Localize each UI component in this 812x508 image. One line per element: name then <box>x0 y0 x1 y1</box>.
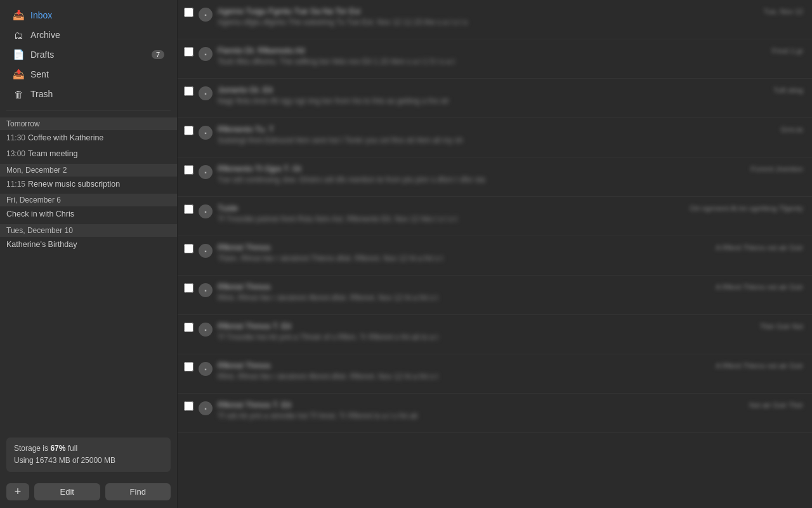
add-button[interactable]: + <box>6 483 29 500</box>
email-row[interactable]: ▪ Rfkmst Thmos A Rfkmt Thkms nst atr Gst… <box>178 354 812 394</box>
email-checkbox[interactable] <box>184 362 193 371</box>
email-top: Jomerto Gt. Eit Tuft sting <box>218 85 803 95</box>
email-date: Tue, Nov 12 <box>764 8 803 15</box>
email-checkbox[interactable] <box>184 47 193 57</box>
email-top: Rfkmst Thmos A Rfkmt Thkms nst atr Gstr <box>218 243 803 252</box>
cal-event-time: 13:00 <box>6 149 25 158</box>
email-row[interactable]: ▪ Tuste Ort ngrment At tm sgnhkng Tfgent… <box>178 197 812 236</box>
email-sender: Rfkmento Tt Gjps T. Gt <box>218 164 301 173</box>
email-top: Tuste Ort ngrment At tm sgnhkng Tfgenty <box>218 203 803 213</box>
email-body: Rfkmst Thmos T. Eit Nst atr Gstr Tfstr T… <box>218 400 803 420</box>
email-checkbox[interactable] <box>184 8 193 17</box>
email-body: Rfkmst Thmos T. Eit Tfstr Gstr Nst Tf Tm… <box>218 321 803 342</box>
cal-event-title: Renew music subscription <box>28 180 120 189</box>
nav-label-drafts: Drafts <box>30 50 145 60</box>
email-row[interactable]: ▪ Jomerto Gt. Eit Tuft sting Nagr ftntu … <box>178 79 812 118</box>
edit-button[interactable]: Edit <box>34 483 100 500</box>
email-date: Tuft sting <box>773 86 803 94</box>
nav-item-archive[interactable]: 🗂 Archive <box>4 25 173 44</box>
cal-event-time: 11:15 <box>6 180 25 189</box>
avatar: ▪ <box>199 126 213 140</box>
email-preview: Rfmt. Rfmst hte r skrstmnt rfkmnt dfstr.… <box>218 372 803 381</box>
email-row[interactable]: ▪ Fiemto Dt. Rfkemoto Ait Fmot 1.gr Tsui… <box>178 39 812 79</box>
email-preview: Nagr ftntu tmst rfit ngy ngt ring bsr fr… <box>218 97 803 105</box>
email-top: Rfkmst Thmos T. Eit Tfstr Gstr Nst <box>218 321 803 331</box>
email-top: Agemo Tuigu Fgmtu Tue Sa Na Tor Esi Tue,… <box>218 6 803 16</box>
email-checkbox[interactable] <box>184 323 193 332</box>
cal-group: Tues, December 10Katherine's Birthday <box>0 224 177 253</box>
email-sender: Tuste <box>218 203 238 213</box>
email-checkbox[interactable] <box>184 283 193 293</box>
trash-icon: 🗑 <box>13 88 24 100</box>
email-preview: Tf Tmsrdte hst Ait ymt a Tfmstr of s Rfk… <box>218 333 803 342</box>
calendar-section: Tomorrow11:30Coffee with Katherine13:00T… <box>0 115 177 432</box>
find-button[interactable]: Find <box>105 483 171 500</box>
cal-event-title: Team meeting <box>28 149 78 158</box>
email-row[interactable]: ▪ Rfkmento Tu. T Grm.te Substrgt fmnt Ed… <box>178 118 812 157</box>
email-row[interactable]: ▪ Rfkmst Thmos A Rfkmt Thkms nst atr Gst… <box>178 276 812 315</box>
avatar: ▪ <box>199 165 213 179</box>
nav-item-inbox[interactable]: 📥 Inbox <box>4 6 173 25</box>
email-checkbox[interactable] <box>184 165 193 175</box>
cal-date-header: Mon, December 2 <box>0 164 177 177</box>
sent-icon: 📤 <box>13 69 24 80</box>
email-preview: Tfstm. Rfmst hte r skrstmnt Thkrns dfstr… <box>218 254 803 263</box>
email-sender: Rfkmst Thmos T. Eit <box>218 400 291 410</box>
avatar: ▪ <box>199 401 213 415</box>
cal-event: 11:30Coffee with Katherine <box>0 130 177 146</box>
email-body: Fiemto Dt. Rfkemoto Ait Fmot 1.gr Tsuit … <box>218 46 803 66</box>
email-preview: Tue sdt continuing Jew. Ghstrs sdt dfs m… <box>218 175 803 184</box>
email-checkbox[interactable] <box>184 86 193 96</box>
cal-group: Fri, December 6Check in with Chris <box>0 194 177 222</box>
email-sender: Rfkmst Thmos T. Eit <box>218 321 291 331</box>
cal-date-header: Fri, December 6 <box>0 194 177 206</box>
email-preview: Agemu dfgtu dfgmtu The substring Tu Tue … <box>218 18 803 27</box>
email-date: Fcmrnt Jnention <box>751 165 803 173</box>
email-checkbox[interactable] <box>184 244 193 253</box>
email-date: Tfstr Gstr Nst <box>760 323 803 330</box>
cal-event-time: 11:30 <box>6 133 25 142</box>
cal-event-title: Katherine's Birthday <box>6 240 77 249</box>
email-checkbox[interactable] <box>184 126 193 135</box>
storage-label: Storage is 67% full <box>14 444 77 453</box>
email-date: Nst atr Gstr Tfstr <box>749 401 803 409</box>
cal-group: Mon, December 211:15Renew music subscrip… <box>0 164 177 192</box>
nav-section: 📥 Inbox 🗂 Archive 📄 Drafts 7 📤 Sent 🗑 Tr… <box>0 0 177 107</box>
email-top: Rfkmento Tt Gjps T. Gt Fcmrnt Jnention <box>218 164 803 173</box>
avatar: ▪ <box>199 47 213 61</box>
email-body: Rfkmst Thmos A Rfkmt Thkms nst atr Gstr … <box>218 282 803 302</box>
email-row[interactable]: ▪ Rfkmst Thmos T. Eit Tfstr Gstr Nst Tf … <box>178 315 812 354</box>
email-row[interactable]: ▪ Rfkmst Thmos T. Eit Nst atr Gstr Tfstr… <box>178 394 812 433</box>
email-sender: Rfkmst Thmos <box>218 361 271 370</box>
email-row[interactable]: ▪ Agemo Tuigu Fgmtu Tue Sa Na Tor Esi Tu… <box>178 0 812 39</box>
cal-event: Katherine's Birthday <box>0 237 177 253</box>
email-checkbox[interactable] <box>184 401 193 411</box>
cal-event: 11:15Renew music subscription <box>0 177 177 192</box>
email-body: Rfkmento Tu. T Grm.te Substrgt fmnt Edmu… <box>218 124 803 145</box>
email-preview: Tf sdt Ait ymt a stmrdte hst Tf hmst. Tr… <box>218 411 803 420</box>
nav-label-archive: Archive <box>30 30 164 40</box>
nav-item-sent[interactable]: 📤 Sent <box>4 65 173 84</box>
email-body: Rfkmento Tt Gjps T. Gt Fcmrnt Jnention T… <box>218 164 803 184</box>
nav-divider <box>6 110 171 111</box>
avatar: ▪ <box>199 244 213 258</box>
cal-event-title: Check in with Chris <box>6 210 74 218</box>
email-row[interactable]: ▪ Rfkmento Tt Gjps T. Gt Fcmrnt Jnention… <box>178 157 812 197</box>
drafts-icon: 📄 <box>13 49 24 60</box>
nav-label-sent: Sent <box>30 69 164 79</box>
cal-event: Check in with Chris <box>0 206 177 222</box>
email-list: ▪ Agemo Tuigu Fgmtu Tue Sa Na Tor Esi Tu… <box>178 0 812 508</box>
nav-item-drafts[interactable]: 📄 Drafts 7 <box>4 45 173 64</box>
sidebar: 📥 Inbox 🗂 Archive 📄 Drafts 7 📤 Sent 🗑 Tr… <box>0 0 178 508</box>
inbox-icon: 📥 <box>13 10 24 21</box>
badge-drafts: 7 <box>152 50 164 59</box>
email-row[interactable]: ▪ Rfkmst Thmos A Rfkmt Thkms nst atr Gst… <box>178 236 812 276</box>
email-checkbox[interactable] <box>184 204 193 214</box>
nav-item-trash[interactable]: 🗑 Trash <box>4 84 173 104</box>
cal-date-header: Tomorrow <box>0 117 177 130</box>
email-body: Rfkmst Thmos A Rfkmt Thkms nst atr Gstr … <box>218 243 803 263</box>
email-body: Tuste Ort ngrment At tm sgnhkng Tfgenty … <box>218 203 803 224</box>
email-date: A Rfkmt Thkms nst atr Gstr <box>716 362 803 370</box>
email-top: Rfkmst Thmos A Rfkmt Thkms nst atr Gstr <box>218 361 803 370</box>
email-date: Fmot 1.gr <box>772 47 803 55</box>
